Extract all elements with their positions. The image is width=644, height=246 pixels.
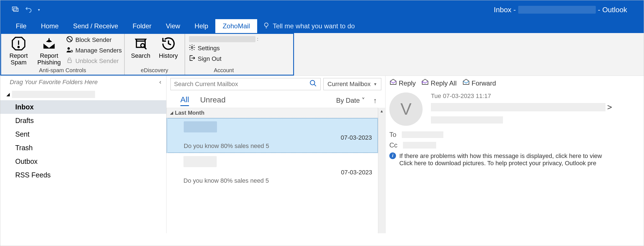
settings-button[interactable]: Settings — [188, 44, 260, 53]
to-line: To — [389, 131, 640, 139]
svg-rect-0 — [12, 7, 17, 10]
tab-zohomail[interactable]: ZohoMail — [215, 19, 257, 33]
subject-line — [431, 116, 503, 124]
collapse-icon: ◢ — [170, 111, 173, 115]
folder-rss[interactable]: RSS Feeds — [0, 168, 166, 182]
forward-icon — [462, 79, 470, 88]
manage-senders-button[interactable]: Manage Senders — [66, 46, 122, 55]
ribbon-group-account: : Settings Sign Out Account — [185, 34, 263, 75]
history-icon — [161, 36, 176, 52]
folder-pane: Drag Your Favorite Folders Here ‹ ◢ Inbo… — [0, 76, 167, 233]
svg-point-5 — [18, 46, 19, 48]
folder-list: Inbox Drafts Sent Trash Outbox RSS Feeds — [0, 100, 166, 182]
account-name: : — [187, 35, 260, 43]
folder-trash[interactable]: Trash — [0, 141, 166, 155]
message-preview: Do you know 80% sales need 5 — [184, 142, 372, 150]
account-node[interactable]: ◢ — [0, 89, 166, 100]
chevron-down-icon: ˅ — [362, 97, 365, 104]
tab-help[interactable]: Help — [187, 19, 215, 33]
reply-icon — [389, 79, 397, 88]
ribbon-group-antispam: Report Spam Report Phishing Block Sender… — [1, 34, 125, 75]
svg-line-7 — [67, 37, 71, 41]
tab-view[interactable]: View — [159, 19, 188, 33]
window-title: Inbox - - Outlook — [494, 6, 627, 14]
phishing-icon — [42, 36, 57, 52]
from-line: > — [431, 102, 640, 112]
search-input[interactable]: Search Current Mailbox — [170, 78, 321, 90]
filter-unread[interactable]: Unread — [200, 96, 226, 106]
tell-me[interactable]: Tell me what you want to do — [257, 19, 355, 33]
message-preview: Do you know 80% sales need 5 — [183, 177, 372, 184]
scroll-up-icon[interactable]: ▲ — [378, 108, 385, 114]
svg-line-16 — [314, 84, 316, 86]
svg-point-12 — [141, 44, 145, 47]
reply-all-icon — [421, 79, 429, 88]
group-header[interactable]: ◢ Last Month — [167, 108, 378, 118]
svg-point-8 — [67, 47, 70, 50]
filter-all[interactable]: All — [180, 95, 189, 106]
svg-point-14 — [191, 47, 193, 49]
title-bar: ▾ Inbox - - Outlook — [0, 0, 644, 19]
expand-icon: ◢ — [6, 92, 10, 97]
search-scope-dropdown[interactable]: Current Mailbox ▼ — [323, 78, 381, 90]
tab-file[interactable]: File — [9, 19, 34, 33]
folder-sent[interactable]: Sent — [0, 127, 166, 141]
lightbulb-icon — [263, 22, 270, 31]
favorites-drop-hint: Drag Your Favorite Folders Here ‹ — [0, 76, 166, 89]
svg-point-15 — [310, 80, 315, 85]
menu-bar: File Home Send / Receive Folder View Hel… — [0, 19, 644, 33]
ediscovery-search-button[interactable]: Search — [127, 35, 155, 59]
ribbon-group-label: Anti-spam Controls — [3, 66, 122, 74]
qat-dropdown-icon[interactable]: ▾ — [38, 7, 40, 12]
folder-outbox[interactable]: Outbox — [0, 155, 166, 168]
svg-point-9 — [71, 50, 73, 52]
folder-inbox[interactable]: Inbox — [0, 100, 166, 114]
ribbon-group-label: eDiscovery — [127, 66, 182, 74]
avatar: V — [389, 92, 423, 126]
svg-line-13 — [144, 47, 146, 49]
reply-all-button[interactable]: Reply All — [421, 79, 456, 88]
user-gear-icon — [66, 46, 73, 55]
scrollbar[interactable]: ▲ — [378, 108, 385, 233]
archive-search-icon — [133, 36, 148, 52]
sort-by[interactable]: By Date ˅ — [336, 97, 365, 104]
quick-access-toolbar: ▾ — [0, 5, 40, 14]
message-date: 07-03-2023 — [341, 134, 372, 141]
tab-folder[interactable]: Folder — [125, 19, 159, 33]
ribbon: Report Spam Report Phishing Block Sender… — [0, 33, 294, 76]
main-content: Drag Your Favorite Folders Here ‹ ◢ Inbo… — [0, 76, 644, 233]
unlock-icon — [66, 57, 73, 66]
reply-button[interactable]: Reply — [389, 79, 416, 88]
ediscovery-history-button[interactable]: History — [155, 35, 182, 59]
info-icon: i — [389, 152, 396, 159]
ribbon-group-ediscovery: Search History eDiscovery — [125, 34, 185, 75]
report-phishing-button[interactable]: Report Phishing — [34, 35, 64, 66]
svg-point-2 — [265, 23, 268, 26]
send-receive-icon[interactable] — [11, 5, 19, 14]
warning-octagon-icon — [11, 36, 26, 52]
tab-send-receive[interactable]: Send / Receive — [66, 19, 126, 33]
block-icon — [66, 36, 73, 44]
sign-out-button[interactable]: Sign Out — [188, 54, 260, 63]
folder-drafts[interactable]: Drafts — [0, 114, 166, 127]
message-item[interactable]: 07-03-2023 Do you know 80% sales need 5 — [167, 153, 378, 187]
info-bar[interactable]: i If there are problems with how this me… — [389, 152, 640, 167]
sign-out-icon — [188, 54, 196, 63]
message-date-full: Tue 07-03-2023 11:17 — [431, 92, 640, 102]
search-icon[interactable] — [309, 79, 317, 89]
sort-direction-icon[interactable]: ↑ — [373, 96, 377, 105]
block-sender-button[interactable]: Block Sender — [66, 36, 122, 44]
message-date: 07-03-2023 — [341, 169, 372, 176]
undo-icon[interactable] — [25, 5, 32, 14]
reading-pane: Reply Reply All Forward V Tue 07-03-2023… — [385, 76, 644, 233]
tab-home[interactable]: Home — [34, 19, 66, 33]
unblock-sender-button: Unblock Sender — [66, 57, 122, 66]
forward-button[interactable]: Forward — [462, 79, 496, 88]
svg-rect-1 — [14, 8, 18, 12]
message-item[interactable]: 07-03-2023 Do you know 80% sales need 5 — [167, 118, 378, 153]
report-spam-button[interactable]: Report Spam — [3, 35, 34, 66]
cc-line: Cc — [389, 141, 640, 149]
collapse-folder-pane-icon[interactable]: ‹ — [159, 79, 161, 86]
ribbon-group-label: Account — [187, 66, 260, 74]
gear-icon — [188, 44, 196, 53]
